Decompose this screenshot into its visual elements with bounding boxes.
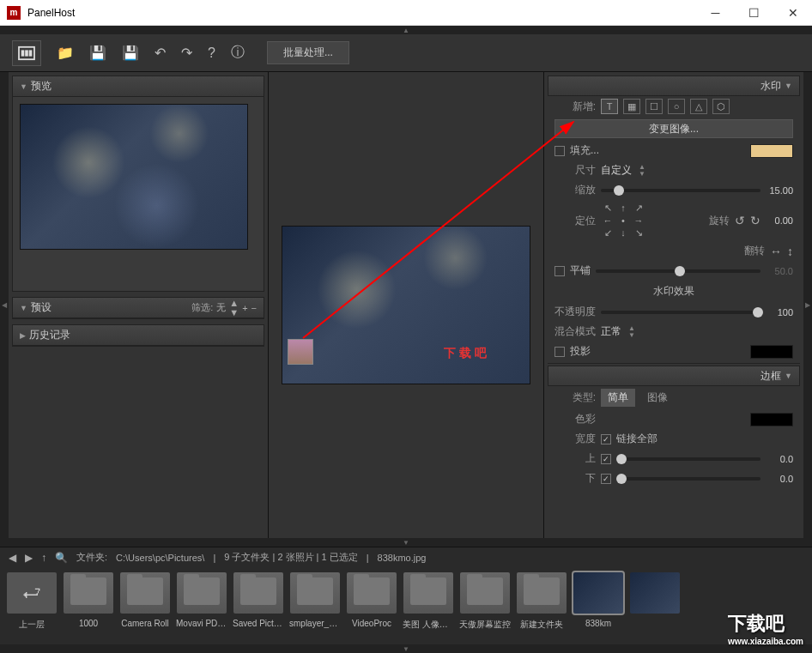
rotate-cw-icon[interactable]: ↻	[750, 214, 760, 227]
link-all-checkbox[interactable]	[601, 434, 611, 444]
filter-stepper-icon[interactable]: ▲▼	[229, 299, 239, 317]
close-button[interactable]: ✕	[773, 0, 812, 26]
blend-stepper-icon[interactable]: ▲▼	[628, 325, 635, 339]
filmstrip-item[interactable]: smplayer_scre...	[288, 572, 342, 639]
mid-collapse-bar[interactable]: ▼	[0, 538, 812, 547]
status-bar: ◀ ▶ ↑ 🔍 文件夹: C:\Users\pc\Pictures\ | 9 子…	[0, 547, 812, 567]
img-thumb	[573, 572, 623, 614]
svg-rect-3	[29, 50, 33, 56]
tile-slider[interactable]	[596, 269, 760, 273]
flip-horizontal-icon[interactable]: ↔	[770, 245, 782, 258]
shadow-checkbox[interactable]	[554, 347, 565, 357]
change-image-button[interactable]: 变更图像...	[554, 119, 793, 138]
preview-title: 预览	[31, 79, 52, 94]
help-icon[interactable]: ?	[208, 45, 215, 61]
rotate-ccw-icon[interactable]: ↺	[735, 214, 745, 227]
filter-value[interactable]: 无	[216, 301, 226, 314]
border-color-swatch[interactable]	[750, 413, 793, 426]
add-triangle-button[interactable]: △	[690, 99, 707, 114]
shadow-label: 投影	[570, 344, 745, 359]
undo-icon[interactable]: ↶	[155, 45, 166, 61]
presets-title: 预设	[31, 300, 52, 315]
left-collapse-bar[interactable]: ◀	[0, 72, 9, 538]
caret-right-icon: ▶	[20, 331, 26, 340]
size-value[interactable]: 自定义	[601, 163, 632, 178]
search-icon[interactable]: 🔍	[55, 552, 68, 564]
caret-down-icon: ▼	[785, 372, 792, 380]
fill-swatch[interactable]	[750, 144, 793, 158]
remove-preset-icon[interactable]: −	[251, 303, 257, 313]
bottom-collapse-bar[interactable]: ▼	[0, 644, 812, 653]
type-image-tab[interactable]: 图像	[640, 389, 675, 407]
history-title: 历史记录	[29, 328, 70, 342]
flip-label: 翻转	[724, 244, 765, 258]
folder-path[interactable]: C:\Users\pc\Pictures\	[116, 553, 204, 563]
folder-thumb	[403, 572, 453, 614]
presets-header[interactable]: ▼ 预设 筛选: 无 ▲▼ + −	[13, 298, 264, 318]
maximize-button[interactable]: ☐	[735, 0, 773, 26]
add-image-button[interactable]: ▦	[623, 99, 640, 114]
bottom-slider[interactable]	[616, 477, 760, 481]
nav-up-icon[interactable]: ↑	[41, 552, 46, 564]
tile-value: 50.0	[766, 266, 793, 276]
filmstrip-item[interactable]	[628, 572, 682, 639]
bottom-label: 下	[554, 471, 596, 486]
nav-back-icon[interactable]: ◀	[9, 552, 16, 564]
blend-value[interactable]: 正常	[601, 324, 621, 339]
position-grid[interactable]: ↖↑↗ ←•→ ↙↓↘	[601, 203, 645, 239]
width-label: 宽度	[554, 432, 596, 446]
save-icon[interactable]: 💾	[89, 45, 106, 61]
filmstrip-item[interactable]: Movavi PDF E...	[175, 572, 228, 639]
watermark-section-header[interactable]: 水印 ▼	[548, 76, 800, 96]
window-title: PanelHost	[27, 7, 696, 19]
save-as-icon[interactable]: 💾	[122, 45, 139, 61]
flip-vertical-icon[interactable]: ↕	[787, 245, 793, 258]
scale-slider[interactable]	[601, 189, 760, 192]
bottom-checkbox[interactable]	[601, 474, 611, 484]
filmstrip-item[interactable]: ⮐上一层	[5, 572, 58, 639]
nav-fwd-icon[interactable]: ▶	[25, 552, 33, 564]
minimize-button[interactable]: ─	[696, 0, 735, 26]
batch-process-button[interactable]: 批量处理...	[267, 41, 349, 64]
top-slider[interactable]	[616, 457, 760, 461]
filmstrip-item[interactable]: 新建文件夹	[515, 572, 568, 639]
add-circle-button[interactable]: ○	[668, 99, 685, 114]
filmstrip-item[interactable]: VideoProc	[345, 572, 398, 639]
position-row: 定位 ↖↑↗ ←•→ ↙↓↘ 旋转 ↺ ↻ 0.00	[548, 200, 800, 241]
top-collapse-bar[interactable]: ▲	[0, 26, 812, 34]
size-stepper-icon[interactable]: ▲▼	[639, 164, 645, 178]
add-hexagon-button[interactable]: ⬡	[712, 99, 730, 114]
history-header[interactable]: ▶ 历史记录	[13, 325, 264, 346]
canvas-image[interactable]: 下 载 吧	[282, 226, 530, 384]
position-label: 定位	[554, 214, 596, 228]
add-preset-icon[interactable]: +	[242, 303, 247, 313]
preview-header[interactable]: ▼ 预览	[13, 76, 264, 97]
filmstrip-item[interactable]: 1000	[62, 572, 115, 639]
watermark-text[interactable]: 下 载 吧	[444, 346, 487, 361]
type-simple-tab[interactable]: 简单	[601, 389, 635, 407]
add-text-button[interactable]: T	[601, 99, 618, 114]
add-rect-button[interactable]: ☐	[645, 99, 663, 114]
opacity-slider[interactable]	[601, 311, 760, 314]
info-icon[interactable]: ⓘ	[231, 44, 245, 62]
watermark-thumb[interactable]	[288, 339, 313, 365]
tile-checkbox[interactable]	[554, 266, 565, 276]
current-filename: 838kmo.jpg	[378, 553, 427, 563]
shadow-swatch[interactable]	[750, 345, 793, 359]
svg-rect-1	[21, 50, 25, 56]
filmstrip-item[interactable]: 天傲屏幕监控	[458, 572, 512, 639]
fill-checkbox[interactable]	[554, 146, 565, 156]
border-section-header[interactable]: 边框 ▼	[548, 366, 800, 386]
redo-icon[interactable]: ↷	[181, 45, 192, 61]
filmstrip-item[interactable]: Camera Roll	[118, 572, 172, 639]
right-collapse-bar[interactable]: ▶	[803, 72, 812, 538]
fill-label: 填充...	[570, 143, 745, 158]
open-folder-icon[interactable]: 📁	[57, 45, 74, 61]
filmstrip-item[interactable]: Saved Pictures	[232, 572, 285, 639]
top-checkbox[interactable]	[601, 454, 611, 464]
filmstrip-item[interactable]: 美图 人像写真	[402, 572, 455, 639]
scale-row: 缩放 15.00	[548, 180, 800, 200]
folder-thumb	[347, 572, 397, 614]
folder-thumb	[460, 572, 510, 614]
filmstrip-item[interactable]: 838km	[572, 572, 625, 639]
